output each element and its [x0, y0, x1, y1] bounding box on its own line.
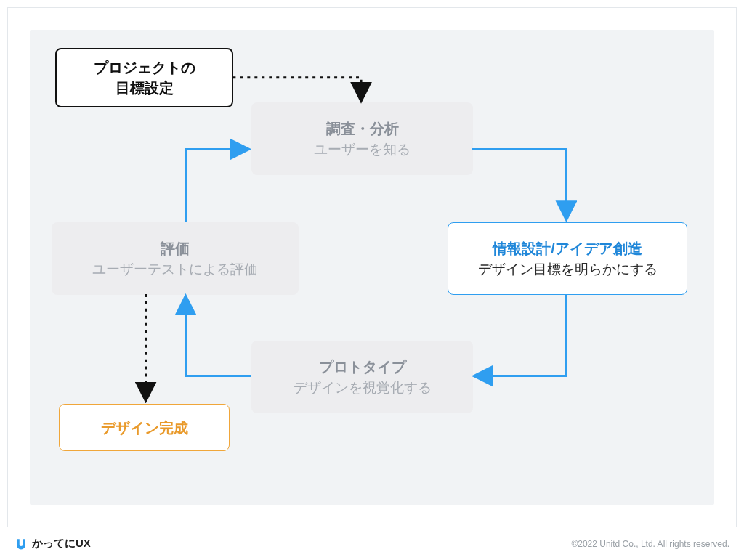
node-ia-title: 情報設計/アイデア創造	[493, 238, 642, 259]
node-research-title: 調査・分析	[326, 118, 399, 139]
node-eval-title: 評価	[161, 238, 190, 259]
brand: かってにUX	[15, 537, 91, 551]
node-proto-subtitle: デザインを視覚化する	[294, 378, 432, 398]
node-eval: 評価 ユーザーテストによる評価	[52, 222, 299, 295]
node-goal-line1: プロジェクトの	[94, 57, 195, 78]
footer: かってにUX ©2022 Unitd Co., Ltd. All rights …	[0, 527, 744, 560]
node-eval-subtitle: ユーザーテストによる評価	[92, 260, 258, 280]
node-goal: プロジェクトの 目標設定	[55, 48, 233, 107]
node-proto-title: プロトタイプ	[319, 357, 406, 377]
node-proto: プロトタイプ デザインを視覚化する	[251, 341, 473, 413]
brand-text: かってにUX	[32, 537, 91, 551]
brand-logo-icon	[15, 537, 28, 551]
node-goal-line2: 目標設定	[116, 78, 174, 98]
node-ia-subtitle: デザイン目標を明らかにする	[478, 260, 658, 280]
node-done: デザイン完成	[59, 404, 230, 451]
node-ia: 情報設計/アイデア創造 デザイン目標を明らかにする	[448, 222, 687, 295]
node-research: 調査・分析 ユーザーを知る	[251, 102, 473, 175]
page: プロジェクトの 目標設定 調査・分析 ユーザーを知る 情報設計/アイデア創造 デ…	[0, 0, 744, 560]
copyright: ©2022 Unitd Co., Ltd. All rights reserve…	[571, 539, 729, 549]
node-research-subtitle: ユーザーを知る	[314, 140, 411, 160]
frame-outer: プロジェクトの 目標設定 調査・分析 ユーザーを知る 情報設計/アイデア創造 デ…	[7, 7, 737, 527]
node-done-title: デザイン完成	[101, 418, 188, 438]
